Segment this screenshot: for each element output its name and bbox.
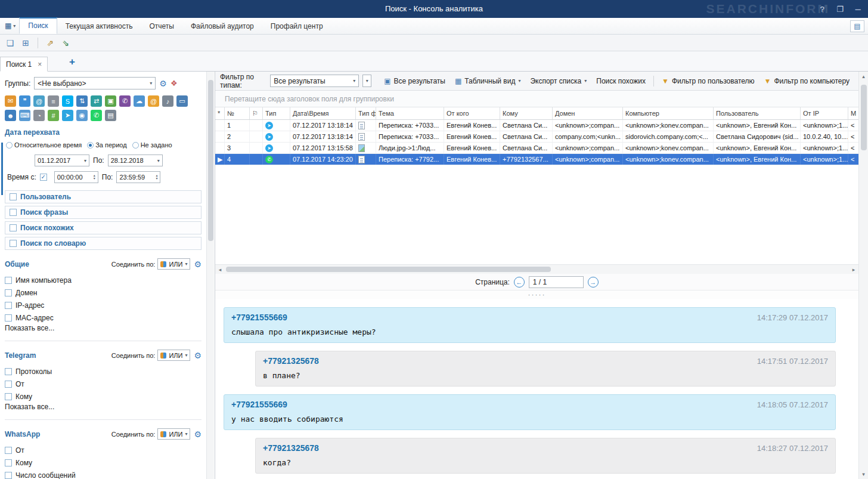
minimize-window-icon[interactable]: ─ xyxy=(852,5,863,14)
show-all-link[interactable]: Показать все... xyxy=(5,324,202,336)
mail-icon[interactable]: ✉ xyxy=(5,95,16,107)
filter-option[interactable]: Протоколы xyxy=(5,365,202,378)
scroll-right-icon[interactable]: ▸ xyxy=(849,267,858,273)
column-header[interactable]: Пользователь xyxy=(714,107,801,119)
column-header[interactable]: * xyxy=(215,107,225,119)
settings-gear-icon[interactable]: ⚙ xyxy=(194,351,202,360)
column-header[interactable]: Тип xyxy=(263,107,290,119)
horizontal-scrollbar[interactable]: ◂ ▸ xyxy=(215,264,858,274)
vertical-scrollbar[interactable]: ▴ ▾ xyxy=(858,72,868,479)
help-icon[interactable]: ? xyxy=(817,5,827,14)
filter-option[interactable]: Кому xyxy=(5,390,202,403)
menu-tab-1[interactable]: Поиск xyxy=(19,17,57,34)
monitor-icon[interactable]: ▭ xyxy=(176,95,188,107)
menu-tab-3[interactable]: Отчеты xyxy=(141,19,182,34)
printer-icon[interactable]: ≡ xyxy=(48,95,59,107)
menu-tab-4[interactable]: Файловый аудитор xyxy=(182,19,262,34)
table-view-button[interactable]: ▦Табличный вид▾ xyxy=(451,75,525,88)
column-header[interactable]: Кому xyxy=(500,107,553,119)
filter-option[interactable]: MAC-адрес xyxy=(5,311,202,324)
im-icon[interactable]: ❞ xyxy=(19,95,30,107)
user-panel-icon[interactable]: ▤ xyxy=(850,20,864,32)
section-checkbox[interactable] xyxy=(10,209,17,216)
spinner[interactable]: ▴▾ xyxy=(156,174,157,180)
next-page-button[interactable]: → xyxy=(588,277,599,288)
table-row[interactable]: 1➤07.12.2017 13:18:14Переписка: +7033...… xyxy=(215,120,858,131)
export-list-button[interactable]: Экспорт списка▾ xyxy=(526,75,591,88)
join-select[interactable]: ИЛИ▾ xyxy=(157,350,190,361)
time-activity-icon[interactable]: ◔ xyxy=(33,110,45,121)
filter-type-select[interactable]: Все результаты ▾ xyxy=(270,75,359,87)
search-similar-button[interactable]: Поиск похожих xyxy=(592,75,650,88)
users-icon[interactable]: ☻ xyxy=(5,110,16,121)
checkbox-icon[interactable] xyxy=(5,314,12,322)
filter-option[interactable]: Домен xyxy=(5,286,202,299)
scrollbar-thumb[interactable] xyxy=(226,267,551,272)
page-input[interactable]: 1 / 1 xyxy=(529,276,584,288)
column-header[interactable]: Компьютер xyxy=(623,107,714,119)
kgb-icon[interactable]: # xyxy=(48,110,59,121)
scrollbar-thumb[interactable] xyxy=(861,85,867,150)
show-all-link[interactable]: Показать все... xyxy=(5,403,202,415)
checkbox-icon[interactable] xyxy=(5,277,12,284)
filter-option[interactable]: Имя компьютера xyxy=(5,274,202,286)
column-header[interactable]: От кого xyxy=(444,107,500,119)
filter-type-dropdown-button[interactable]: ▾ xyxy=(362,75,371,87)
collapsible-section[interactable]: Пользователь xyxy=(5,190,202,203)
column-header[interactable]: № xyxy=(225,107,250,119)
checkbox-icon[interactable] xyxy=(5,447,12,454)
close-tab-icon[interactable]: × xyxy=(38,60,42,69)
filter-by-user-button[interactable]: ▼Фильтр по пользователю xyxy=(658,75,759,88)
filter-option[interactable]: IP-адрес xyxy=(5,299,202,311)
radio-option[interactable]: За период xyxy=(87,141,126,149)
ftp-icon[interactable]: ⇅ xyxy=(76,95,88,107)
add-tab-button[interactable]: + xyxy=(69,56,75,68)
settings-gear-icon[interactable]: ⚙ xyxy=(194,259,202,269)
collapsible-section[interactable]: Поиск похожих xyxy=(5,221,202,234)
time-from-input[interactable]: 00:00:00 ▴▾ xyxy=(54,171,98,183)
cloud-icon[interactable]: ☁ xyxy=(134,95,145,107)
date-from-input[interactable]: 01.12.2017 ▾ xyxy=(35,154,89,166)
filter-option[interactable]: Число сообщений xyxy=(5,469,202,479)
scrollbar-thumb[interactable] xyxy=(208,80,213,241)
restore-window-icon[interactable]: ❐ xyxy=(835,5,845,14)
device-icon[interactable]: ⇄ xyxy=(91,95,102,107)
whatsapp-icon[interactable]: ✆ xyxy=(91,110,102,121)
section-checkbox[interactable] xyxy=(10,193,17,200)
time-to-input[interactable]: 23:59:59 ▴▾ xyxy=(116,171,160,183)
settings-gear-icon[interactable]: ⚙ xyxy=(194,429,202,439)
filter-option[interactable]: Кому xyxy=(5,456,202,469)
chevron-down-icon[interactable]: ▾ xyxy=(157,158,160,163)
join-select[interactable]: ИЛИ▾ xyxy=(157,428,190,440)
http-icon[interactable]: @ xyxy=(33,95,45,107)
checkbox-icon[interactable] xyxy=(5,459,12,466)
column-header[interactable]: Тема xyxy=(376,107,444,119)
section-checkbox[interactable] xyxy=(10,240,17,247)
mail-agent-icon[interactable]: @ xyxy=(148,95,159,107)
keylogger-icon[interactable]: ⌨ xyxy=(19,110,30,121)
camera-icon[interactable]: ◉ xyxy=(76,110,88,121)
table-row[interactable]: ▶4✆07.12.2017 14:23:20Переписка: +7792..… xyxy=(215,154,858,165)
date-to-input[interactable]: 28.12.2018 ▾ xyxy=(108,154,163,166)
collapsible-section[interactable]: Поиск по словарю xyxy=(5,237,202,250)
export-results-icon[interactable]: ⇗ xyxy=(44,36,57,50)
export-excel-icon[interactable]: ⇘ xyxy=(59,36,72,50)
checkbox-icon[interactable] xyxy=(5,302,12,309)
menu-tab-5[interactable]: Профайл центр xyxy=(262,19,331,34)
column-header[interactable]: Дата\Время xyxy=(290,107,356,119)
skype-icon[interactable]: S xyxy=(62,95,73,107)
viber-icon[interactable]: ✆ xyxy=(119,95,131,107)
join-select[interactable]: ИЛИ▾ xyxy=(157,258,190,270)
all-results-button[interactable]: ▣Все результаты xyxy=(380,75,450,88)
app-menu-button[interactable]: ▦▾ xyxy=(5,19,16,32)
collapsible-section[interactable]: Поиск фразы xyxy=(5,206,202,219)
scroll-left-icon[interactable]: ◂ xyxy=(215,267,225,273)
groups-select[interactable]: <Не выбрано> ▾ xyxy=(34,77,156,89)
chevron-down-icon[interactable]: ▾ xyxy=(84,158,86,163)
layout-icon[interactable]: ⊞ xyxy=(19,36,32,50)
table-row[interactable]: 3➤07.12.2017 13:15:58Люди.jpg->1:Люд...Е… xyxy=(215,143,858,154)
filter-option[interactable]: От xyxy=(5,378,202,390)
checkbox-icon[interactable] xyxy=(5,381,12,388)
checkbox-icon[interactable] xyxy=(5,368,12,375)
spinner[interactable]: ▴▾ xyxy=(94,174,95,180)
